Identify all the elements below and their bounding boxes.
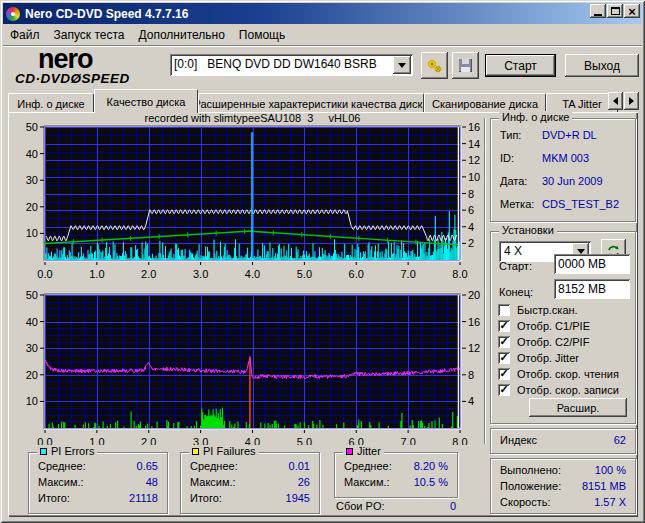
speed-select-value: 4 X (504, 244, 522, 258)
po-failures-label: Сбои PO: (336, 500, 385, 512)
exit-button-label: Выход (584, 59, 620, 73)
speed-settings-button[interactable] (421, 52, 448, 79)
disc-label-label: Метка: (500, 198, 534, 210)
svg-text:0.0: 0.0 (37, 268, 52, 280)
scan-end-input[interactable] (554, 279, 630, 299)
svg-text:8: 8 (468, 369, 474, 381)
title-bar[interactable]: Nero CD-DVD Speed 4.7.7.16 (3, 3, 642, 24)
scan-end-label: Конец: (499, 286, 533, 298)
disc-type-label: Тип: (500, 129, 521, 141)
pi-errors-group: PI Errors Среднее:0.65 Максим.:48 Итого:… (28, 452, 168, 514)
pi-failures-swatch (192, 448, 199, 455)
checkbox-show-jitter[interactable]: ✓ Отобр. Jitter (491, 352, 637, 366)
avg-label: Среднее: (344, 460, 392, 472)
advanced-button[interactable]: Расшир. (529, 398, 627, 417)
close-button[interactable]: × (624, 4, 640, 18)
gears-icon (426, 57, 444, 75)
avg-value: 8.20 % (414, 460, 448, 472)
checkmark-icon: ✓ (499, 367, 508, 380)
disc-info-caption: Инф. о диске (499, 111, 572, 123)
scroll-right-icon (629, 97, 634, 105)
menu-file[interactable]: Файл (3, 26, 47, 44)
svg-text:40: 40 (26, 316, 38, 328)
tab-strip: Инф. о диске Качество диска Расширенные … (8, 89, 618, 113)
checkbox-show-read-speed[interactable]: ✓ Отобр. скор. чтения (491, 368, 637, 382)
drive-select[interactable]: [0:0] BENQ DVD DD DW1640 BSRB (170, 54, 413, 76)
drive-select-dropdown-button[interactable] (393, 56, 411, 74)
tab-advanced-quality[interactable]: Расширенные характеристики качества диск… (198, 93, 424, 113)
checkbox-label: Быстр.скан. (517, 304, 578, 316)
window-title: Nero CD-DVD Speed 4.7.7.16 (25, 7, 188, 21)
menu-help[interactable]: Помощь (232, 26, 292, 44)
disc-date-label: Дата: (500, 175, 527, 187)
svg-text:4: 4 (468, 221, 474, 233)
checkbox-show-write-speed[interactable]: ✓ Отобр. скор. записи (491, 384, 637, 398)
index-box: Индекс 62 (490, 428, 636, 454)
checkmark-icon: ✓ (499, 335, 508, 348)
checkmark-icon: ✓ (499, 383, 508, 396)
progress-box: Выполнено:100 % Положение:8151 MB Скорос… (490, 458, 636, 514)
app-icon (6, 7, 20, 21)
tab-disc-info[interactable]: Инф. о диске (8, 93, 94, 113)
checkbox-label: Отобр. C2/PIF (517, 336, 589, 348)
svg-text:16: 16 (468, 121, 480, 133)
start-button-label: Старт (504, 59, 537, 73)
max-value: 10.5 % (414, 476, 448, 488)
maximize-icon (611, 7, 620, 15)
tab-scroll-right-button[interactable] (624, 92, 639, 110)
settings-group: Установки 4 X Старт: Конец: ✓ Быстр.скан… (490, 231, 636, 424)
jitter-caption: Jitter (357, 445, 381, 457)
menu-run-test[interactable]: Запуск теста (47, 26, 132, 44)
minimize-button[interactable] (590, 4, 606, 18)
svg-text:8.0: 8.0 (452, 268, 467, 280)
checkbox-box[interactable]: ✓ (498, 336, 510, 348)
total-value: 1945 (286, 492, 310, 504)
svg-text:30: 30 (26, 342, 38, 354)
save-icon (459, 59, 472, 72)
tab-scandisc[interactable]: Сканирование диска (424, 93, 546, 113)
checkbox-box[interactable]: ✓ (498, 352, 510, 364)
po-failures-row: Сбои PO: 0 (336, 500, 456, 512)
svg-text:6: 6 (468, 204, 474, 216)
checkbox-box[interactable]: ✓ (498, 320, 510, 332)
pi-errors-swatch (40, 448, 47, 455)
checkbox-label: Отобр. скор. записи (517, 384, 619, 396)
chevron-down-icon (398, 63, 406, 68)
disc-date-value: 30 Jun 2009 (542, 175, 626, 187)
disc-label-value: CDS_TEST_B2 (542, 198, 626, 210)
done-label: Выполнено: (500, 464, 561, 476)
start-button[interactable]: Старт (485, 54, 556, 77)
checkbox-fast-scan[interactable]: ✓ Быстр.скан. (491, 304, 637, 318)
index-value: 62 (614, 434, 626, 446)
checkbox-box[interactable]: ✓ (498, 384, 510, 396)
max-value: 26 (298, 476, 310, 488)
max-value: 48 (146, 476, 158, 488)
tab-disc-quality[interactable]: Качество диска (94, 89, 198, 113)
max-label: Максим.: (344, 476, 390, 488)
jitter-group: Jitter Среднее:8.20 % Максим.:10.5 % (334, 452, 458, 498)
svg-text:8: 8 (468, 188, 474, 200)
total-value: 21118 (129, 492, 158, 504)
scan-start-input[interactable] (554, 254, 630, 274)
tab-scroll-left-button[interactable] (608, 92, 623, 110)
panel-divider (484, 118, 486, 444)
jitter-chart: 5040302010201612840.01.02.03.04.05.06.07… (8, 287, 484, 445)
svg-text:6.0: 6.0 (349, 268, 364, 280)
max-label: Максим.: (38, 476, 84, 488)
svg-text:2: 2 (468, 237, 474, 249)
position-label: Положение: (500, 480, 561, 492)
save-button[interactable] (452, 52, 479, 79)
exit-button[interactable]: Выход (565, 54, 639, 77)
disc-id-value: MKM 003 (542, 152, 626, 164)
svg-text:14: 14 (468, 138, 480, 150)
maximize-button[interactable] (607, 4, 623, 18)
checkbox-show-c2-pif[interactable]: ✓ Отобр. C2/PIF (491, 336, 637, 350)
checkbox-box[interactable]: ✓ (498, 368, 510, 380)
checkbox-box[interactable]: ✓ (498, 304, 510, 316)
menu-extra[interactable]: Дополнительно (131, 26, 231, 44)
checkbox-show-c1-pie[interactable]: ✓ Отобр. C1/PIE (491, 320, 637, 334)
svg-text:4.0: 4.0 (245, 436, 260, 445)
speed-label: Скорость: (500, 496, 551, 508)
pi-failures-caption: PI Failures (203, 445, 256, 457)
svg-text:10: 10 (26, 227, 38, 239)
